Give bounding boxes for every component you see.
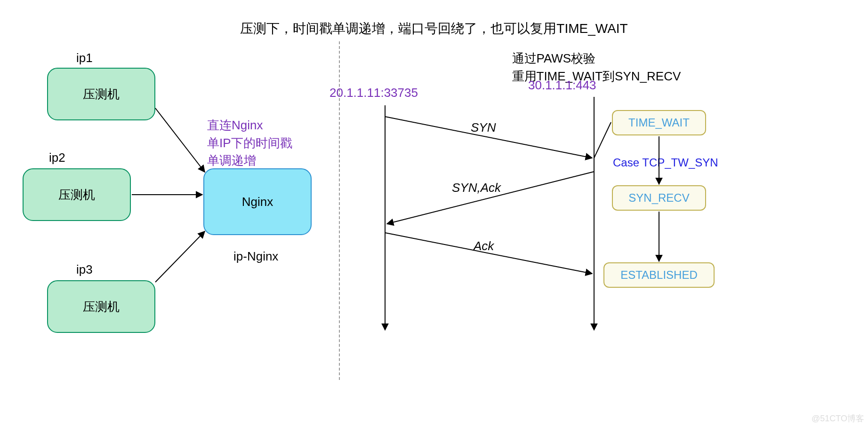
ip1-label: ip1 (76, 51, 93, 65)
state-syn-recv-label: SYN_RECV (628, 191, 689, 205)
ip3-label: ip3 (76, 262, 93, 277)
client-3-label: 压测机 (83, 299, 120, 315)
client-box-2: 压测机 (23, 168, 131, 221)
state-time-wait-label: TIME_WAIT (628, 116, 690, 129)
arrow-ip1-nginx (155, 108, 205, 172)
nginx-label: Nginx (242, 195, 273, 209)
addr-right: 30.1.1.1:443 (528, 78, 596, 93)
ip2-label: ip2 (49, 150, 65, 165)
addr-left: 20.1.1.11:33735 (330, 86, 418, 100)
diagram-title: 压测下，时间戳单调递增，端口号回绕了，也可以复用TIME_WAIT (240, 20, 627, 38)
watermark-text: @51CTO博客 (812, 413, 864, 424)
arrow-ip3-nginx (155, 231, 205, 282)
client-2-label: 压测机 (58, 187, 95, 203)
link-syn-to-timewait (594, 122, 611, 158)
msg-ack (385, 233, 592, 274)
nginx-note-line-3: 单调递增 (207, 152, 292, 170)
case-label: Case TCP_TW_SYN (613, 156, 718, 169)
msg-syn-label: SYN (471, 120, 496, 134)
nginx-note: 直连Nginx 单IP下的时间戳 单调递增 (207, 117, 292, 170)
nginx-note-line-1: 直连Nginx (207, 117, 292, 134)
msg-ack-label: Ack (473, 239, 495, 253)
paws-line-2: 重用TIME_WAIT到SYN_RECV (512, 68, 513, 86)
nginx-box: Nginx (203, 168, 312, 235)
msg-synack (387, 172, 594, 224)
paws-line-1: 通过PAWS校验 (512, 50, 513, 68)
state-syn-recv: SYN_RECV (612, 185, 706, 211)
state-established-label: ESTABLISHED (620, 268, 698, 282)
nginx-caption: ip-Nginx (233, 249, 278, 264)
client-box-3: 压测机 (47, 280, 155, 333)
msg-synack-label: SYN,Ack (452, 181, 502, 195)
client-1-label: 压测机 (83, 86, 120, 103)
state-established: ESTABLISHED (603, 262, 715, 288)
paws-heading: 通过PAWS校验 重用TIME_WAIT到SYN_RECV (512, 50, 513, 85)
state-time-wait: TIME_WAIT (612, 110, 706, 135)
msg-syn (385, 117, 592, 158)
client-box-1: 压测机 (47, 68, 155, 120)
nginx-note-line-2: 单IP下的时间戳 (207, 134, 292, 152)
